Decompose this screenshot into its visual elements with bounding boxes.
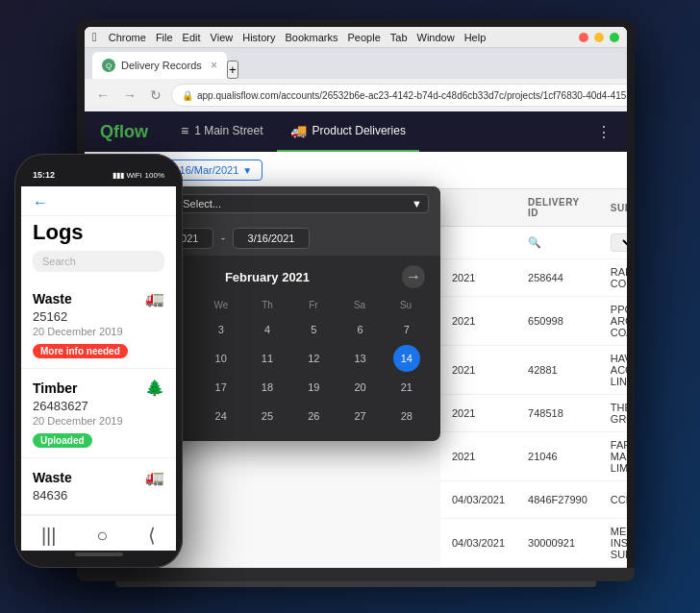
refresh-button[interactable]: ↻	[146, 86, 165, 105]
logo-q: Q	[100, 122, 113, 141]
traffic-light-minimize[interactable]	[594, 33, 604, 42]
address-bar: ← → ↻ 🔒 app.qualisflow.com/accounts/2653…	[85, 79, 627, 111]
logo-text: flow	[113, 122, 148, 141]
battery-icon: 100%	[145, 171, 164, 180]
mac-menu-items: Chrome File Edit View History Bookmarks …	[109, 32, 487, 43]
menu-edit[interactable]: Edit	[183, 32, 201, 43]
cell-id-3: 42881	[516, 346, 599, 395]
table-search-row: 🔍	[440, 227, 627, 259]
phone-search-bar[interactable]: Search	[33, 251, 164, 272]
cal-day-21[interactable]: 21	[393, 374, 420, 401]
cal-day-26[interactable]: 26	[300, 403, 327, 429]
log-item-timber[interactable]: Timber 🌲 26483627 20 December 2019 Uploa…	[21, 369, 176, 458]
table-row[interactable]: 2021 21046 FARLEIGH MASONRY LIMITED Szer…	[440, 432, 627, 481]
lock-icon: 🔒	[182, 90, 193, 101]
phone-nav-lines[interactable]: |||	[41, 525, 57, 547]
phone-outer-frame: 15:12 ▮▮▮ WiFi 100% ← Logs Search Waste …	[14, 154, 183, 568]
deliveries-table: DELIVERY ID SUPPLIER TRADE CONT... 🔍	[440, 189, 627, 568]
cal-day-17[interactable]: 17	[208, 374, 235, 401]
cal-day-10[interactable]: 10	[208, 345, 235, 372]
cal-day-19[interactable]: 19	[300, 374, 327, 401]
app-header: Qflow ≡ 1 Main Street 🚚 Product Deliveri…	[85, 111, 627, 152]
col-supplier: SUPPLIER	[599, 189, 627, 227]
cal-end-date-input[interactable]: 3/16/2021	[233, 228, 310, 249]
traffic-light-close[interactable]	[579, 33, 588, 42]
phone-nav-back[interactable]: ⟨	[148, 524, 156, 547]
cal-day-18[interactable]: 18	[254, 374, 281, 401]
log-badge-1: More info needed	[33, 344, 128, 358]
mac-menubar:  Chrome File Edit View History Bookmark…	[85, 27, 627, 48]
cell-supplier-6: CCF LIMITED	[599, 481, 627, 519]
cal-day-28[interactable]: 28	[393, 403, 420, 429]
log-icon-3: 🚛	[145, 468, 164, 486]
supplier-filter-dropdown[interactable]	[611, 233, 627, 252]
menu-view[interactable]: View	[211, 32, 234, 43]
cell-id-2: 650998	[516, 297, 599, 346]
log-id-3: 84636	[33, 488, 164, 503]
browser-tab[interactable]: Q Delivery Records ×	[92, 52, 227, 79]
cal-day-5[interactable]: 5	[300, 316, 327, 343]
cal-day-6[interactable]: 6	[347, 316, 374, 343]
cal-day-12[interactable]: 12	[300, 345, 327, 372]
nav-delivery-label: Product Deliveries	[312, 124, 406, 137]
menu-bookmarks[interactable]: Bookmarks	[285, 32, 338, 43]
cal-day-20[interactable]: 20	[347, 374, 374, 401]
log-item-waste-2[interactable]: Waste 🚛 84636	[21, 458, 176, 515]
col-date	[440, 189, 516, 227]
menu-file[interactable]: File	[156, 32, 173, 43]
laptop-base	[77, 568, 635, 581]
cal-day-27[interactable]: 27	[347, 403, 374, 429]
table-row[interactable]: 04/03/2021 4846F27990 CCF LIMITED Celtic…	[440, 481, 627, 519]
table-row[interactable]: 2021 258644 RAINHAM STEEL COMPANY LI LDD…	[440, 259, 627, 297]
table-row[interactable]: 04/03/2021 30000921 MERIT INSULATION SUP…	[440, 519, 627, 568]
phone-nav-home[interactable]: ○	[96, 525, 108, 547]
nav-product-deliveries[interactable]: 🚚 Product Deliveries	[277, 111, 419, 152]
qflow-logo: Qflow	[100, 122, 148, 142]
nav-street-icon: ≡	[181, 123, 188, 138]
phone-back-button[interactable]: ←	[33, 194, 48, 210]
cell-id-5: 21046	[516, 432, 599, 481]
table-row[interactable]: 2021 42881 HAVWOODS ACCESSORIES LIN Loug…	[440, 346, 627, 395]
menu-tab[interactable]: Tab	[390, 32, 408, 43]
url-input[interactable]: 🔒 app.qualisflow.com/accounts/26532b6e-a…	[171, 84, 627, 107]
url-text: app.qualisflow.com/accounts/26532b6e-ac2…	[197, 90, 627, 101]
log-item-waste-1[interactable]: Waste 🚛 25162 20 December 2019 More info…	[21, 280, 176, 369]
cal-day-7[interactable]: 7	[393, 316, 420, 343]
menu-people[interactable]: People	[348, 32, 381, 43]
cal-day-4[interactable]: 4	[254, 316, 281, 343]
menu-help[interactable]: Help	[464, 32, 487, 43]
table-row[interactable]: 2021 650998 PPG ARCHITECTURAL COATIN ADS…	[440, 297, 627, 346]
back-button[interactable]: ←	[92, 86, 113, 105]
cal-day-25[interactable]: 25	[254, 403, 281, 429]
cal-day-14[interactable]: 14	[393, 345, 420, 372]
cell-supplier-2: PPG ARCHITECTURAL COATIN	[599, 297, 627, 346]
weekday-th: Th	[244, 298, 290, 312]
tab-close-button[interactable]: ×	[211, 59, 217, 72]
menu-window[interactable]: Window	[417, 32, 455, 43]
nav-street-label: 1 Main Street	[194, 124, 262, 137]
cal-day-13[interactable]: 13	[347, 345, 374, 372]
phone-time: 15:12	[33, 170, 55, 180]
weekday-su: Su	[383, 298, 429, 312]
phone-screen: ← Logs Search Waste 🚛 25162 20 December …	[21, 186, 176, 551]
cal-day-3[interactable]: 3	[208, 316, 235, 343]
vault-ranges-dropdown[interactable]: Select... ▼	[176, 194, 429, 213]
cal-day-11[interactable]: 11	[254, 345, 281, 372]
nav-main-street[interactable]: ≡ 1 Main Street	[167, 111, 277, 152]
forward-button[interactable]: →	[119, 86, 140, 105]
cell-supplier-5: FARLEIGH MASONRY LIMITED	[599, 432, 627, 481]
cal-day-24[interactable]: 24	[208, 403, 235, 429]
table-row[interactable]: 2021 748518 THE TIMBER GROUP LIMITED Byr…	[440, 395, 627, 432]
search-supplier-cell	[599, 227, 627, 259]
traffic-light-maximize[interactable]	[610, 33, 619, 42]
cal-next-month-btn[interactable]: →	[402, 265, 425, 288]
cell-id-7: 30000921	[516, 519, 599, 568]
more-options-button[interactable]: ⋮	[596, 123, 612, 141]
menu-history[interactable]: History	[242, 32, 275, 43]
new-tab-button[interactable]: +	[227, 61, 238, 79]
tab-favicon: Q	[102, 59, 115, 72]
vault-dropdown-text: Select...	[183, 198, 221, 209]
menu-chrome[interactable]: Chrome	[109, 32, 146, 43]
phone-search-placeholder: Search	[42, 256, 76, 267]
cell-date-4: 2021	[440, 395, 516, 432]
